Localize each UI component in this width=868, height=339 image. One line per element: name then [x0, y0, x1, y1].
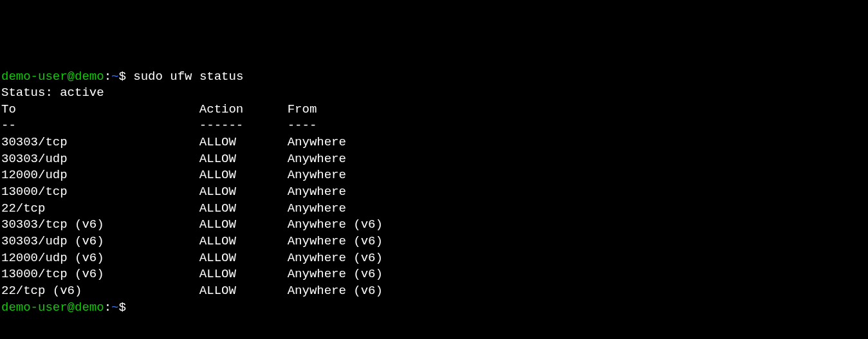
- prompt-colon: :: [104, 69, 111, 84]
- table-row: 12000/udp (v6) ALLOW Anywhere (v6): [1, 250, 867, 267]
- command-text: sudo ufw status: [126, 69, 243, 84]
- status-line: Status: active: [1, 85, 867, 102]
- table-row: 30303/udp ALLOW Anywhere: [1, 151, 867, 168]
- table-header: To Action From: [1, 102, 867, 118]
- table-row: 30303/tcp (v6) ALLOW Anywhere (v6): [1, 217, 867, 234]
- prompt-user-host: demo-user@demo: [1, 69, 104, 84]
- table-row: 13000/tcp ALLOW Anywhere: [1, 184, 867, 201]
- table-row: 13000/tcp (v6) ALLOW Anywhere (v6): [1, 266, 867, 283]
- prompt-path: ~: [111, 300, 118, 315]
- prompt-user-host: demo-user@demo: [1, 300, 104, 315]
- prompt-dollar: $: [118, 300, 125, 315]
- table-row: 30303/tcp ALLOW Anywhere: [1, 134, 867, 151]
- table-divider: -- ------ ----: [1, 118, 867, 134]
- terminal-output[interactable]: demo-user@demo:~$ sudo ufw statusStatus:…: [1, 69, 867, 316]
- prompt-colon: :: [104, 300, 111, 315]
- command-line: demo-user@demo:~$ sudo ufw status: [1, 69, 867, 86]
- table-row: 12000/udp ALLOW Anywhere: [1, 167, 867, 184]
- prompt-line: demo-user@demo:~$: [1, 300, 867, 316]
- table-row: 30303/udp (v6) ALLOW Anywhere (v6): [1, 234, 867, 250]
- table-row: 22/tcp (v6) ALLOW Anywhere (v6): [1, 283, 867, 300]
- prompt-path: ~: [111, 69, 118, 84]
- prompt-dollar: $: [118, 69, 125, 84]
- table-row: 22/tcp ALLOW Anywhere: [1, 201, 867, 217]
